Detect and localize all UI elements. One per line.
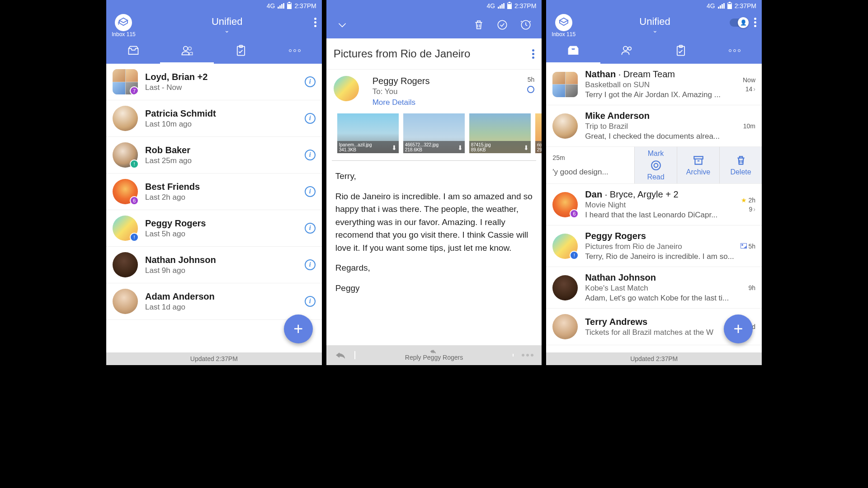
email-time: 9h <box>748 284 755 291</box>
clock: 2:37PM <box>514 2 536 9</box>
network-label: 4G <box>267 2 275 9</box>
subject-row: Pictures from Rio de Janeiro <box>326 38 542 70</box>
overflow-menu[interactable] <box>754 18 756 27</box>
attachment-thumb[interactable]: 87415.jpg89.6KB⬇ <box>469 113 531 153</box>
sender-name: Peggy Rogers <box>585 231 736 241</box>
more-actions-button[interactable] <box>513 354 542 357</box>
contact-name: Rob Baker <box>145 145 305 155</box>
info-icon[interactable]: i <box>305 113 316 124</box>
archive-button[interactable]: Archive <box>677 147 719 183</box>
email-meta: Now14 <box>743 76 755 93</box>
badge: 6 <box>130 196 139 205</box>
email-preview: 'y good design... <box>552 168 608 177</box>
menu-button[interactable]: Inbox 115 <box>112 14 136 38</box>
compose-fab[interactable]: + <box>724 314 753 343</box>
message-menu[interactable] <box>532 49 534 59</box>
clock: 2:37PM <box>735 2 756 9</box>
title-dropdown[interactable]: Unified ⌄ <box>580 16 730 34</box>
email-time: 25m <box>552 154 565 161</box>
contact-list: 7Loyd, Brian +2Last - NowiPatricia Schmi… <box>106 64 322 352</box>
email-row[interactable]: Nathan · Dream TeamBasketball on SUNTerr… <box>546 64 762 105</box>
overflow-menu[interactable] <box>314 18 316 27</box>
svg-point-7 <box>628 47 631 50</box>
email-subject: Trip to Brazil <box>585 122 739 131</box>
mark-button[interactable] <box>495 18 509 32</box>
tab-inbox[interactable] <box>106 38 160 64</box>
compose-fab[interactable]: + <box>284 314 313 343</box>
email-preview: Terry, Rio de Janeiro is incredible. I a… <box>585 252 736 261</box>
tab-people[interactable] <box>160 38 214 64</box>
email-list: Nathan · Dream TeamBasketball on SUNTerr… <box>546 64 762 352</box>
attachment-thumb[interactable]: 466572...322.jpg218.6KB⬇ <box>403 113 465 153</box>
attachment-thumb[interactable]: Ipanem...azil.jpg341.3KB⬇ <box>337 113 399 153</box>
title-dropdown[interactable]: Unified ⌄ <box>140 16 314 34</box>
delete-button[interactable]: Delete <box>719 147 762 183</box>
sender-avatar <box>334 76 359 101</box>
tab-inbox[interactable] <box>546 38 600 64</box>
sender-name: Mike Anderson <box>585 111 739 121</box>
menu-button[interactable]: Inbox 115 <box>552 14 576 38</box>
chevron-down-icon: ⌄ <box>580 27 730 34</box>
star-icon: ★ <box>741 197 747 204</box>
battery-icon <box>507 3 512 9</box>
attachments: Ipanem...azil.jpg341.3KB⬇466572...322.jp… <box>332 113 537 161</box>
contact-row[interactable]: 7Loyd, Brian +2Last - Nowi <box>106 64 322 100</box>
mark-read-button[interactable]: MarkRead <box>634 147 677 183</box>
sender-row[interactable]: Peggy Rogers To: You More Details 5h <box>326 70 542 113</box>
inbox-label: Inbox 115 <box>112 31 136 38</box>
email-row-swiped[interactable]: 25m'y good design...MarkReadArchiveDelet… <box>546 147 762 184</box>
tab-more[interactable] <box>268 38 322 64</box>
avatar <box>113 106 138 131</box>
info-icon[interactable]: i <box>305 76 316 87</box>
thread-count: 14 <box>745 85 755 93</box>
email-meta: ★ 2h9 <box>741 197 755 213</box>
email-row[interactable]: 6Dan · Bryce, Argyle + 2Movie NightI hea… <box>546 184 762 225</box>
badge: ! <box>130 233 139 242</box>
contact-status: Last 25m ago <box>145 156 305 165</box>
tab-people[interactable] <box>600 38 654 64</box>
info-icon[interactable]: i <box>305 296 316 307</box>
svg-point-11 <box>654 163 658 167</box>
attachment-label: 87415.jpg89.6KB <box>469 141 531 153</box>
info-icon[interactable]: i <box>305 186 316 197</box>
download-icon[interactable]: ⬇ <box>458 144 463 151</box>
more-details-link[interactable]: More Details <box>373 98 521 107</box>
contact-row[interactable]: !Peggy RogersLast 5h agoi <box>106 210 322 247</box>
email-preview: I heard that the last Leonardo DiCapr... <box>585 211 737 220</box>
sender-name: Peggy Rogers <box>373 76 521 86</box>
avatar <box>552 275 578 300</box>
contact-row[interactable]: Nathan JohnsonLast 9h agoi <box>106 247 322 283</box>
info-icon[interactable]: i <box>305 150 316 160</box>
view-toggle[interactable]: 👤 <box>730 19 748 27</box>
attachment-label: rio-...29.7 <box>535 141 542 153</box>
snooze-button[interactable] <box>519 18 533 32</box>
delete-button[interactable] <box>472 18 486 32</box>
tab-tasks[interactable] <box>214 38 268 64</box>
reply-bar: Reply Peggy Rogers <box>326 345 542 365</box>
reply-button[interactable] <box>326 351 355 359</box>
read-indicator[interactable] <box>527 86 534 93</box>
info-icon[interactable]: i <box>305 259 316 270</box>
contact-row[interactable]: Adam AndersonLast 1d agoi <box>106 283 322 320</box>
tab-bar <box>106 38 322 64</box>
attachment-thumb[interactable]: rio-...29.7⬇ <box>535 113 542 153</box>
download-icon[interactable]: ⬇ <box>524 144 529 151</box>
tab-more[interactable] <box>708 38 762 64</box>
contact-row[interactable]: Patricia SchmidtLast 10m agoi <box>106 100 322 137</box>
contact-row[interactable]: 6Best FriendsLast 2h agoi <box>106 174 322 210</box>
email-row[interactable]: !Peggy RogersPictures from Rio de Janeir… <box>546 225 762 267</box>
download-icon[interactable]: ⬇ <box>392 144 397 151</box>
collapse-button[interactable] <box>335 18 349 32</box>
contact-status: Last 1d ago <box>145 303 305 312</box>
contact-status: Last 2h ago <box>145 193 305 202</box>
info-icon[interactable]: i <box>305 223 316 234</box>
email-subject: Movie Night <box>585 201 737 210</box>
email-row[interactable]: Mike AndersonTrip to BrazilGreat, I chec… <box>546 105 762 147</box>
contact-row[interactable]: !Rob BakerLast 25m agoi <box>106 137 322 174</box>
reply-all-button[interactable]: Reply Peggy Rogers <box>355 349 513 361</box>
screen-inbox: 4G 2:37PM Inbox 115 Unified ⌄ 👤 Nathan ·… <box>546 0 762 365</box>
tab-tasks[interactable] <box>654 38 708 64</box>
email-row[interactable]: Nathan JohnsonKobe's Last MatchAdam, Let… <box>546 267 762 309</box>
attachment-label: 466572...322.jpg218.6KB <box>403 141 465 153</box>
email-meta: 10m <box>743 122 755 130</box>
